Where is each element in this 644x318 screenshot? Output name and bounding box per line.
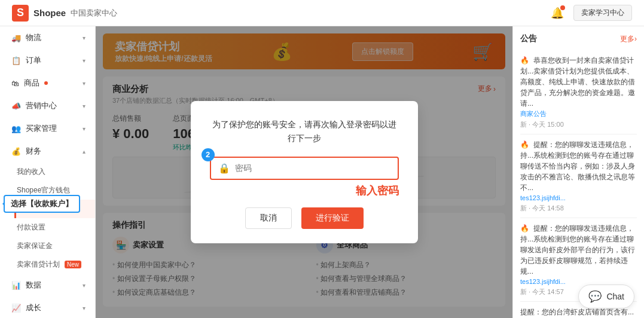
notice-time-1: 新 · 今天 14:58 xyxy=(520,204,637,213)
panel-title: 公告 xyxy=(520,33,537,44)
chevron-down-icon: ▾ xyxy=(83,305,86,311)
sidebar-label-finance: 财务 xyxy=(26,146,41,157)
annotation-badge-2: 2 xyxy=(202,148,215,161)
notice-link-2[interactable]: tes123.jsijhfdi... xyxy=(520,278,566,285)
logo: S Shopee 中国卖家中心 xyxy=(12,5,117,22)
study-center-button[interactable]: 卖家学习中心 xyxy=(573,5,632,21)
buyer-mgmt-icon: 👥 xyxy=(11,124,21,133)
sidebar-label-growth: 成长 xyxy=(26,302,41,313)
sidebar-item-growth[interactable]: 📈 成长 ▾ xyxy=(0,296,95,318)
chevron-down-icon: ▾ xyxy=(83,126,86,132)
chevron-down-icon: ▾ xyxy=(83,80,86,87)
notice-link-0[interactable]: 商家公告 xyxy=(520,110,547,117)
logo-subtitle: 中国卖家中心 xyxy=(71,8,117,19)
password-input-wrap[interactable]: 🔒 xyxy=(210,157,399,180)
panel-header: 公告 更多 › xyxy=(520,33,637,44)
finance-icon: 💰 xyxy=(11,147,21,156)
chevron-down-icon: ▾ xyxy=(83,57,86,64)
growth-icon: 📈 xyxy=(11,304,21,313)
logistics-icon: 🚚 xyxy=(11,33,21,42)
notice-link-1[interactable]: tes123.jsijhfdi... xyxy=(520,194,566,201)
sidebar-label-marketing: 营销中心 xyxy=(26,100,57,111)
sidebar-label-products: 商品 xyxy=(24,78,39,88)
bell-dot xyxy=(560,5,565,10)
notification-bell[interactable]: 🔔 xyxy=(551,7,564,20)
chevron-right-icon: › xyxy=(634,35,637,43)
lock-icon: 🔒 xyxy=(218,163,230,174)
chevron-down-icon: ▾ xyxy=(83,103,86,109)
notice-item-1: 🔥 提醒：您的聊聊发送违规信息，持...系统检测到您的账号存在通过聊聊传送不恰当… xyxy=(520,134,637,218)
new-badge: New xyxy=(65,261,81,268)
logo-text: Shopee xyxy=(33,8,66,18)
chevron-down-icon: ▾ xyxy=(83,282,86,289)
right-panel: 公告 更多 › 🔥 恭喜您收到一封来自卖家借贷计划...卖家借贷计划为您提供低成… xyxy=(512,26,644,318)
annotation-1: 1 选择【收款账户】 xyxy=(4,197,17,210)
sidebar: 🚚 物流 ▾ 📋 订单 ▾ 🛍 商品 ▾ 📣 营销中心 xyxy=(0,26,96,318)
cancel-button[interactable]: 取消 xyxy=(245,207,292,229)
modal-body: 为了保护您的账号安全，请再次输入登录密码以进行下一步 🔒 输入密码 2 取消 进… xyxy=(210,118,399,229)
sidebar-sub-seller-deposit[interactable]: 卖家保证金 xyxy=(17,237,95,255)
products-dot xyxy=(44,81,48,85)
chat-button[interactable]: 💬 Chat xyxy=(578,285,634,308)
input-hint: 输入密码 xyxy=(210,184,399,198)
marketing-icon: 📣 xyxy=(11,102,21,111)
notice-time-0: 新 · 今天 15:00 xyxy=(520,120,637,129)
header: S Shopee 中国卖家中心 🔔 卖家学习中心 xyxy=(0,0,644,26)
modal-overlay: 为了保护您的账号安全，请再次输入登录密码以进行下一步 🔒 输入密码 2 取消 进… xyxy=(96,26,512,318)
fire-icon-1: 🔥 xyxy=(520,139,529,150)
fire-icon-2: 🔥 xyxy=(520,223,529,234)
verify-button[interactable]: 进行验证 xyxy=(301,207,364,229)
sidebar-label-data: 数据 xyxy=(26,280,41,291)
annotation-tooltip-1: 选择【收款账户】 xyxy=(4,195,80,213)
modal-description: 为了保护您的账号安全，请再次输入登录密码以进行下一步 xyxy=(210,118,399,145)
sidebar-item-orders[interactable]: 📋 订单 ▾ xyxy=(0,49,95,72)
sidebar-item-finance[interactable]: 💰 财务 ▴ xyxy=(0,140,95,163)
password-input[interactable] xyxy=(235,163,390,173)
sidebar-sub-my-income[interactable]: 我的收入 xyxy=(17,163,95,181)
shopee-logo-icon: S xyxy=(12,5,29,22)
orders-icon: 📋 xyxy=(11,56,21,65)
notice-item-0: 🔥 恭喜您收到一封来自卖家借贷计划...卖家借贷计划为您提供低成本、高额度、纯线… xyxy=(520,50,637,134)
sidebar-label-orders: 订单 xyxy=(26,55,41,66)
finance-submenu: 我的收入 Shopee官方钱包 收款账户 付款设置 卖家保证金 卖家借贷计划 N… xyxy=(0,163,95,274)
sidebar-label-logistics: 物流 xyxy=(26,32,41,43)
chevron-up-icon: ▴ xyxy=(83,148,86,155)
panel-more-link[interactable]: 更多 › xyxy=(620,34,637,44)
password-modal: 为了保护您的账号安全，请再次输入登录密码以进行下一步 🔒 输入密码 2 取消 进… xyxy=(191,101,418,243)
chevron-down-icon: ▾ xyxy=(83,35,86,41)
data-icon: 📊 xyxy=(11,281,21,290)
sidebar-label-buyer-mgmt: 买家管理 xyxy=(26,123,57,134)
sidebar-item-logistics[interactable]: 🚚 物流 ▾ xyxy=(0,26,95,49)
sidebar-item-marketing[interactable]: 📣 营销中心 ▾ xyxy=(0,94,95,117)
sidebar-item-products[interactable]: 🛍 商品 ▾ xyxy=(0,72,95,94)
sidebar-item-buyer-mgmt[interactable]: 👥 买家管理 ▾ xyxy=(0,117,95,140)
sidebar-sub-payment-settings[interactable]: 付款设置 xyxy=(17,218,95,237)
chat-label: Chat xyxy=(606,292,624,301)
fire-icon-0: 🔥 xyxy=(520,55,529,66)
products-icon: 🛍 xyxy=(11,79,19,88)
modal-actions: 取消 进行验证 xyxy=(210,207,399,229)
chat-icon: 💬 xyxy=(588,290,602,303)
header-right: 🔔 卖家学习中心 xyxy=(551,5,632,21)
sidebar-item-data[interactable]: 📊 数据 ▾ xyxy=(0,274,95,296)
sidebar-sub-seller-loan[interactable]: 卖家借贷计划 New xyxy=(17,255,95,274)
